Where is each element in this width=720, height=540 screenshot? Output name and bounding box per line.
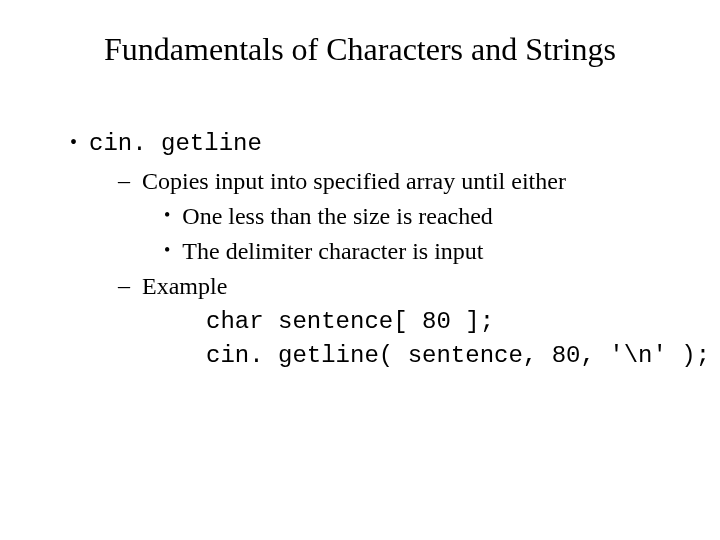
slide-content: • cin. getline – Copies input into speci… [40,128,680,370]
code-line: cin. getline( sentence, 80, '\n' ); [206,340,680,371]
bullet-marker-dot: • [70,128,77,156]
slide-title: Fundamentals of Characters and Strings [40,30,680,68]
bullet-marker-dash: – [118,271,130,299]
bullet-text-code: cin. getline [89,128,262,159]
bullet-level2: – Copies input into specified array unti… [118,166,680,197]
bullet-marker-dash: – [118,166,130,194]
bullet-text: Example [142,271,227,302]
bullet-marker-dot: • [164,236,170,264]
bullet-text: The delimiter character is input [182,236,483,267]
bullet-text: One less than the size is reached [182,201,493,232]
bullet-level3: • One less than the size is reached [164,201,680,232]
bullet-level2: – Example [118,271,680,302]
code-line: char sentence[ 80 ]; [206,306,680,337]
bullet-level3: • The delimiter character is input [164,236,680,267]
slide: Fundamentals of Characters and Strings •… [0,0,720,540]
bullet-marker-dot: • [164,201,170,229]
bullet-level1: • cin. getline [70,128,680,159]
bullet-text: Copies input into specified array until … [142,166,566,197]
